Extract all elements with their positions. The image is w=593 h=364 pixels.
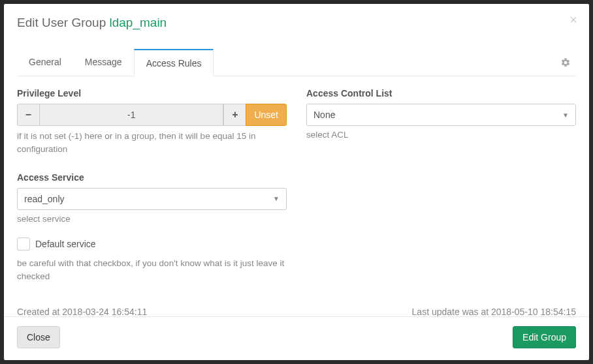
default-service-label: Default service (35, 239, 96, 249)
chevron-down-icon: ▼ (273, 195, 280, 202)
close-button[interactable]: Close (17, 326, 60, 348)
privilege-level-label: Privilege Level (17, 88, 287, 99)
modal-title: Edit User Group ldap_main (17, 16, 576, 30)
edit-user-group-modal: Edit User Group ldap_main × General Mess… (4, 4, 589, 360)
privilege-level-input-group: − + Unset (17, 104, 287, 126)
access-service-help-text: select service (17, 213, 287, 226)
tab-content: Privilege Level − + Unset if it is not s… (17, 76, 576, 283)
privilege-help-text: if it is not set (-1) here or in a group… (17, 130, 287, 157)
modal-footer: Close Edit Group (4, 316, 589, 360)
close-icon[interactable]: × (569, 13, 577, 26)
access-service-label: Access Service (17, 172, 287, 183)
increment-button[interactable]: + (223, 104, 246, 126)
title-prefix: Edit User Group (17, 16, 106, 29)
modal-body: General Message Access Rules Privilege L… (4, 36, 589, 316)
left-column: Privilege Level − + Unset if it is not s… (17, 88, 287, 283)
right-column: Access Control List None ▼ select ACL (306, 88, 576, 283)
edit-group-button[interactable]: Edit Group (513, 326, 576, 348)
acl-select[interactable]: None ▼ (306, 104, 576, 126)
tab-message[interactable]: Message (73, 49, 134, 76)
default-service-help-text: be careful with that checkbox, if you do… (17, 257, 287, 284)
updated-at: Last update was at 2018-05-10 18:54:15 (412, 307, 576, 316)
unset-button[interactable]: Unset (246, 104, 287, 126)
created-at: Created at 2018-03-24 16:54:11 (17, 307, 147, 316)
tab-access-rules[interactable]: Access Rules (134, 49, 214, 76)
settings-button[interactable] (560, 57, 576, 68)
gear-icon (560, 57, 571, 68)
chevron-down-icon: ▼ (562, 112, 569, 119)
default-service-checkbox[interactable] (17, 237, 30, 250)
acl-help-text: select ACL (306, 129, 576, 142)
privilege-level-input[interactable] (39, 104, 223, 126)
tabs: General Message Access Rules (17, 49, 576, 76)
acl-label: Access Control List (306, 88, 576, 99)
modal-header: Edit User Group ldap_main × (4, 4, 589, 36)
acl-value: None (313, 110, 335, 120)
tab-general[interactable]: General (17, 49, 73, 76)
default-service-row: Default service (17, 237, 287, 250)
decrement-button[interactable]: − (17, 104, 39, 126)
group-name: ldap_main (110, 16, 167, 29)
timestamps: Created at 2018-03-24 16:54:11 Last upda… (17, 307, 576, 316)
access-service-value: read_only (24, 194, 65, 204)
access-service-select[interactable]: read_only ▼ (17, 188, 287, 210)
